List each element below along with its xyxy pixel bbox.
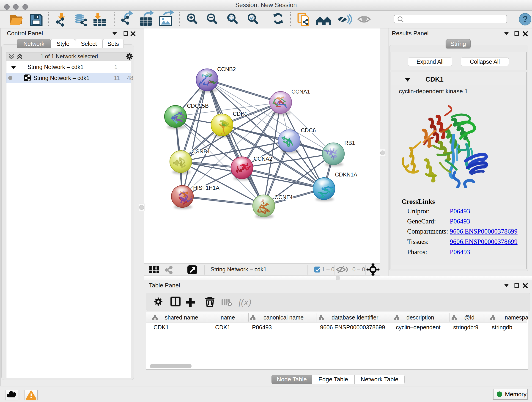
svg-text:?: ? [522, 14, 528, 24]
svg-text:f(x): f(x) [239, 297, 251, 307]
